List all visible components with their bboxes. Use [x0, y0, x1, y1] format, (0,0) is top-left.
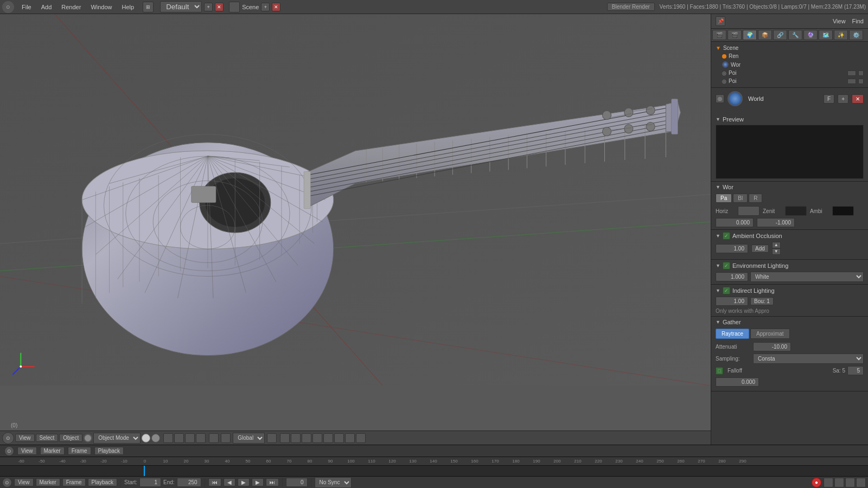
props-tab-obj[interactable]: 📦 — [758, 30, 772, 40]
tl-ctrl3[interactable] — [845, 478, 855, 487]
tl-ctrl1[interactable] — [824, 478, 833, 487]
scene-item-poi2[interactable]: ◎ Poi — [713, 77, 866, 85]
poi-icon1-expand[interactable] — [847, 70, 856, 76]
prev-frame-btn[interactable]: ◀ — [224, 478, 235, 486]
zenit-val-input[interactable] — [757, 218, 795, 227]
props-tab-scene[interactable]: 🎬 — [727, 30, 742, 40]
scene-item-scene[interactable]: ▼ Scene — [713, 44, 866, 52]
props-tab-world[interactable]: 🌍 — [743, 30, 757, 40]
viewport-menu-icon[interactable]: ⊙ — [2, 432, 14, 444]
ao-spin[interactable]: ▲ ▼ — [772, 242, 781, 255]
scene-item-world[interactable]: Wor — [713, 60, 866, 69]
ao-factor[interactable] — [716, 244, 748, 253]
bl-btn[interactable]: Bl — [733, 194, 748, 203]
props-tab-particles[interactable]: ✨ — [834, 30, 848, 40]
gather-bottom-val[interactable] — [716, 377, 759, 387]
ctrl2[interactable] — [174, 433, 184, 443]
render-menu[interactable]: Render — [57, 3, 85, 11]
timeline-menu-icon[interactable]: ⊙ — [4, 446, 14, 456]
ctrl1[interactable] — [163, 433, 173, 443]
pin-icon[interactable]: 📌 — [716, 16, 725, 26]
sync-select[interactable]: No Sync — [315, 477, 352, 488]
layout-select[interactable]: Default — [160, 1, 202, 12]
play-btn[interactable]: ▶ — [238, 478, 250, 486]
vis3[interactable] — [302, 433, 311, 443]
ctrl4[interactable] — [196, 433, 206, 443]
select-btn[interactable]: Select — [36, 434, 59, 442]
vis8[interactable] — [356, 433, 366, 443]
env-factor[interactable] — [716, 272, 748, 281]
record-btn[interactable]: ● — [812, 478, 821, 487]
shading-dot2[interactable] — [151, 434, 160, 442]
tl-playback-btn[interactable]: Playback — [88, 478, 118, 486]
scene-add[interactable]: + — [261, 3, 270, 11]
sa-val[interactable] — [847, 366, 864, 375]
world-add-btn[interactable]: + — [838, 94, 848, 104]
layout-add[interactable]: + — [204, 3, 213, 11]
tl-ctrl-icon[interactable]: ⊙ — [2, 478, 12, 487]
scene-item-render[interactable]: Ren — [713, 52, 866, 60]
tl-frame-btn[interactable]: Frame — [62, 478, 86, 486]
timeline-track[interactable] — [0, 466, 868, 476]
props-tab-render[interactable]: 🎬 — [712, 30, 726, 40]
tl-marker-btn[interactable]: Marker — [36, 478, 60, 486]
vis5[interactable] — [323, 433, 333, 443]
ao-spin-down[interactable]: ▼ — [772, 248, 781, 255]
pivot3[interactable] — [267, 433, 277, 443]
layout-close[interactable]: ✕ — [215, 3, 224, 11]
raytrace-tab[interactable]: Raytrace — [716, 329, 749, 339]
pivot-select[interactable]: Global — [233, 433, 265, 444]
env-checkbox[interactable]: ✓ — [723, 262, 730, 269]
ao-add-btn[interactable]: Add — [751, 245, 769, 253]
timeline-marker-btn[interactable]: Marker — [40, 447, 65, 455]
vis7[interactable] — [345, 433, 355, 443]
sampling-select[interactable]: Consta — [753, 354, 864, 364]
vis6[interactable] — [334, 433, 344, 443]
props-tab-texture[interactable]: 🗺️ — [819, 30, 833, 40]
view-label[interactable]: View — [833, 18, 846, 24]
mode-select[interactable]: Object Mode — [93, 433, 141, 444]
timeline-view-btn[interactable]: View — [17, 447, 37, 455]
viewport[interactable]: User Ortho — [0, 14, 711, 445]
view-btn[interactable]: View — [15, 434, 35, 442]
props-tab-constraints[interactable]: 🔗 — [773, 30, 787, 40]
world-close-btn[interactable]: ✕ — [852, 94, 864, 104]
find-label[interactable]: Find — [852, 18, 864, 24]
env-color-select[interactable]: White — [750, 272, 864, 282]
indirect-bounces-btn[interactable]: Bou: 1 — [750, 297, 774, 305]
scene-item-poi1[interactable]: ◎ Poi — [713, 69, 866, 77]
tl-ctrl2[interactable] — [834, 478, 844, 487]
scene-close[interactable]: ✕ — [272, 3, 280, 11]
horiz-val-input[interactable] — [716, 218, 754, 227]
help-menu[interactable]: Help — [118, 3, 139, 11]
first-frame-btn[interactable]: ⏮ — [208, 478, 221, 486]
falloff-checkbox[interactable]: □ — [716, 367, 723, 375]
horiz-swatch[interactable] — [738, 206, 760, 216]
ctrl3[interactable] — [185, 433, 195, 443]
r-btn[interactable]: R — [749, 194, 762, 203]
approx-tab[interactable]: Approximat — [750, 329, 790, 339]
file-menu[interactable]: File — [17, 3, 36, 11]
end-frame[interactable] — [177, 478, 201, 487]
mode-selector[interactable]: Object Mode — [84, 433, 141, 444]
pivot2[interactable] — [221, 433, 231, 443]
world-f-btn[interactable]: F — [824, 94, 834, 104]
attenuation-val[interactable] — [753, 342, 791, 351]
poi-icon2-btn[interactable] — [858, 79, 864, 84]
window-menu[interactable]: Window — [86, 3, 116, 11]
tl-view-btn[interactable]: View — [14, 478, 34, 486]
props-tab-modifiers[interactable]: 🔧 — [788, 30, 802, 40]
object-btn[interactable]: Object — [59, 434, 82, 442]
start-frame[interactable] — [139, 478, 161, 487]
current-frame[interactable] — [286, 478, 308, 487]
vis4[interactable] — [312, 433, 322, 443]
poi-icon1-btn[interactable] — [858, 70, 864, 76]
vis2[interactable] — [291, 433, 301, 443]
last-frame-btn[interactable]: ⏭ — [266, 478, 279, 486]
tl-ctrl4[interactable] — [856, 478, 866, 487]
pa-btn[interactable]: Pa — [716, 194, 732, 203]
next-frame-btn[interactable]: ▶ — [252, 478, 264, 486]
pivot1[interactable] — [209, 433, 219, 443]
add-menu[interactable]: Add — [37, 3, 56, 11]
ambi-swatch[interactable] — [832, 206, 854, 216]
